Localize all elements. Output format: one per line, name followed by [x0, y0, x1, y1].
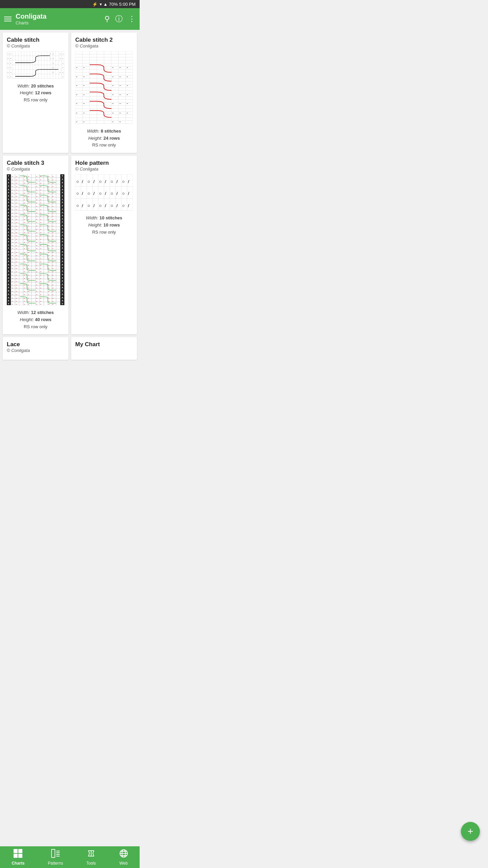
svg-text:–: –	[52, 192, 54, 194]
svg-text:–: –	[24, 189, 25, 191]
more-vert-icon[interactable]: ⋮	[128, 15, 136, 23]
nav-item-charts[interactable]: Charts	[12, 849, 24, 866]
svg-text:–: –	[7, 53, 9, 55]
svg-text:+: +	[8, 214, 9, 217]
svg-text:+: +	[8, 205, 9, 208]
svg-text:–: –	[53, 62, 54, 64]
svg-text:–: –	[36, 175, 37, 177]
card-cable-stitch-2[interactable]: Cable stitch 2 © Conligata	[71, 33, 137, 153]
svg-text:○: ○	[122, 203, 125, 208]
svg-text:–: –	[40, 195, 41, 197]
svg-text:–: –	[36, 201, 37, 204]
svg-text:–: –	[52, 300, 54, 302]
svg-text:–: –	[36, 300, 37, 302]
svg-text:–: –	[36, 248, 37, 250]
svg-text:–: –	[36, 260, 37, 263]
svg-text:–: –	[16, 238, 17, 240]
svg-text:–: –	[48, 205, 49, 208]
svg-text:–: –	[83, 84, 85, 87]
svg-text:–: –	[62, 53, 64, 55]
svg-text:–: –	[36, 208, 37, 211]
card-lace[interactable]: Lace © Conligata	[3, 337, 68, 360]
cable-stitch-1-info: Width: 20 stitches Height: 12 rows RS ro…	[7, 83, 64, 104]
svg-text:–: –	[52, 175, 54, 177]
svg-text:–: –	[40, 221, 41, 223]
svg-text:–: –	[52, 293, 54, 296]
svg-text:–: –	[12, 228, 13, 230]
svg-text:–: –	[40, 251, 41, 253]
svg-text:–: –	[24, 280, 25, 282]
svg-text:–: –	[52, 267, 54, 269]
svg-text:–: –	[36, 280, 37, 282]
svg-text:–: –	[76, 66, 78, 69]
svg-text:○: ○	[99, 191, 102, 196]
svg-text:–: –	[16, 192, 17, 194]
svg-text:○: ○	[99, 203, 102, 208]
svg-text:–: –	[12, 231, 13, 234]
svg-rect-619	[52, 849, 55, 857]
nav-item-tools[interactable]: Tools	[86, 849, 96, 866]
svg-text:+: +	[8, 178, 9, 181]
card-cable-stitch-3[interactable]: Cable stitch 3 © Conligata	[3, 156, 68, 334]
svg-text:–: –	[48, 189, 49, 191]
svg-text:–: –	[36, 254, 37, 256]
svg-text:+: +	[8, 273, 9, 276]
app-bar: Conligata Charts ⚲ ⓘ ⋮	[0, 8, 140, 30]
svg-text:/: /	[128, 191, 129, 196]
svg-text:–: –	[52, 254, 54, 256]
svg-text:–: –	[48, 287, 49, 289]
svg-text:+: +	[62, 195, 63, 198]
svg-text:+: +	[62, 185, 63, 188]
svg-text:–: –	[40, 297, 41, 299]
svg-text:–: –	[40, 189, 41, 191]
svg-text:+: +	[62, 214, 63, 217]
svg-text:–: –	[16, 205, 17, 208]
svg-text:–: –	[12, 198, 13, 201]
nav-item-patterns[interactable]: Patterns	[48, 849, 63, 866]
svg-text:–: –	[28, 277, 29, 279]
svg-text:–: –	[24, 218, 25, 220]
svg-text:+: +	[62, 260, 63, 263]
svg-text:–: –	[52, 244, 54, 246]
svg-text:+: +	[8, 224, 9, 227]
svg-text:+: +	[8, 257, 9, 260]
svg-text:–: –	[28, 251, 29, 253]
svg-text:–: –	[16, 248, 17, 250]
svg-text:–: –	[12, 303, 13, 305]
svg-text:–: –	[24, 208, 25, 211]
svg-text:–: –	[16, 218, 17, 220]
svg-text:–: –	[12, 274, 13, 276]
svg-text:+: +	[8, 191, 9, 194]
card-my-chart[interactable]: My Chart	[71, 337, 137, 360]
patterns-icon	[51, 849, 60, 860]
svg-text:○: ○	[110, 191, 113, 196]
svg-text:–: –	[40, 178, 41, 181]
svg-text:–: –	[28, 185, 29, 188]
svg-text:–: –	[16, 264, 17, 266]
svg-text:–: –	[48, 234, 49, 237]
svg-text:–: –	[52, 297, 54, 299]
card-cable-stitch-1[interactable]: Cable stitch © Conligata	[3, 33, 68, 153]
card-hole-pattern[interactable]: Hole pattern © Conligata ○	[71, 156, 137, 334]
svg-text:–: –	[53, 71, 54, 73]
svg-text:–: –	[36, 257, 37, 260]
svg-text:–: –	[10, 53, 12, 55]
svg-text:–: –	[24, 231, 25, 234]
svg-text:+: +	[62, 277, 63, 280]
svg-text:–: –	[52, 224, 54, 227]
svg-text:/: /	[116, 179, 118, 184]
card-title-lace: Lace	[7, 341, 64, 348]
svg-text:–: –	[28, 293, 29, 296]
svg-text:–: –	[12, 178, 13, 181]
svg-text:–: –	[12, 267, 13, 269]
svg-text:+: +	[62, 257, 63, 260]
svg-text:–: –	[52, 231, 54, 234]
svg-text:–: –	[10, 75, 12, 78]
search-icon[interactable]: ⚲	[104, 15, 110, 23]
svg-text:–: –	[16, 277, 17, 279]
svg-text:–: –	[12, 297, 13, 299]
help-icon[interactable]: ⓘ	[115, 14, 123, 24]
nav-item-web[interactable]: Web	[119, 849, 128, 866]
menu-button[interactable]	[4, 17, 12, 21]
svg-text:+: +	[8, 198, 9, 201]
